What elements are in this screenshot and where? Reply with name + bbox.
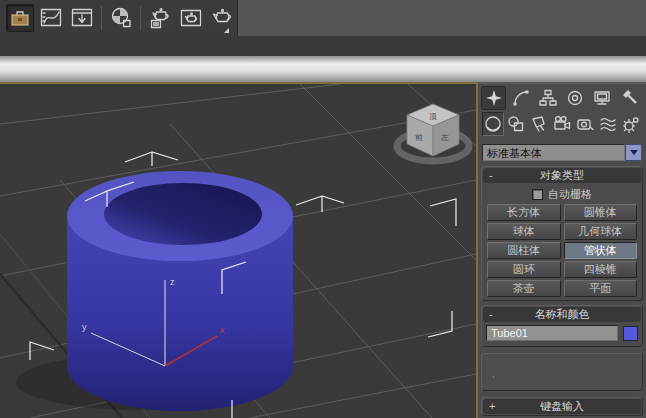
material-editor-icon[interactable] xyxy=(107,4,135,32)
dropdown-button[interactable] xyxy=(625,144,642,161)
flyout-arrow-icon[interactable] xyxy=(224,28,229,33)
toolbox-icon[interactable] xyxy=(6,4,34,32)
toolbar-separator xyxy=(101,6,102,30)
sphere-button[interactable]: 球体 xyxy=(487,223,561,240)
object-color-swatch[interactable] xyxy=(623,326,638,341)
empty-rollout: , xyxy=(481,353,643,391)
viewcube-top-label: 顶 xyxy=(428,112,437,121)
torus-button[interactable]: 圆环 xyxy=(487,261,561,278)
tab-hierarchy[interactable] xyxy=(535,86,560,110)
render-toolbar xyxy=(0,0,238,36)
primitive-buttons: 长方体 圆锥体 球体 几何球体 圆柱体 管状体 圆环 四棱锥 茶壶 平面 xyxy=(485,204,639,297)
x-axis-label: x xyxy=(220,325,225,335)
category-lights[interactable] xyxy=(528,112,550,136)
collapsed-ribbon-bar[interactable] xyxy=(0,56,646,82)
object-type-rollout-header[interactable]: - 对象类型 xyxy=(483,168,641,183)
schematic-view-icon[interactable] xyxy=(68,4,96,32)
collapse-indicator: - xyxy=(489,168,493,183)
name-color-rollout-header[interactable]: - 名称和颜色 xyxy=(483,307,641,322)
panel-tabs xyxy=(478,84,646,111)
box-button[interactable]: 长方体 xyxy=(487,204,561,221)
viewcube-left-label: 前 xyxy=(415,133,423,142)
render-production-icon[interactable] xyxy=(208,4,236,32)
plane-button[interactable]: 平面 xyxy=(564,280,638,297)
tab-display[interactable] xyxy=(589,86,614,110)
category-shapes[interactable] xyxy=(505,112,527,136)
keyboard-entry-rollout: + 键盘输入 xyxy=(481,397,643,416)
render-setup-icon[interactable] xyxy=(146,4,174,32)
tab-modify[interactable] xyxy=(508,86,533,110)
teapot-button[interactable]: 茶壶 xyxy=(487,280,561,297)
object-type-rollout: - 对象类型 自动栅格 长方体 圆锥体 球体 几何球体 圆柱体 管状体 xyxy=(481,166,643,301)
primitive-type-dropdown[interactable]: 标准基本体 xyxy=(482,144,642,161)
dropdown-arrow-icon xyxy=(630,150,638,155)
rollout-title: 对象类型 xyxy=(540,168,584,183)
cone-button[interactable]: 圆锥体 xyxy=(564,204,638,221)
tab-motion[interactable] xyxy=(562,86,587,110)
perspective-viewport[interactable]: z y x 顶 前 左 xyxy=(0,82,478,418)
rollout-title: 名称和颜色 xyxy=(535,307,590,322)
curve-editor-icon[interactable] xyxy=(37,4,65,32)
expand-indicator: + xyxy=(489,399,495,414)
tab-utilities[interactable] xyxy=(616,86,641,110)
3dsmax-window: z y x 顶 前 左 xyxy=(0,0,646,418)
keyboard-entry-rollout-header[interactable]: + 键盘输入 xyxy=(483,399,641,414)
category-geometry[interactable] xyxy=(482,112,504,136)
tube-button[interactable]: 管状体 xyxy=(564,242,638,259)
autogrid-row: 自动栅格 xyxy=(485,186,639,202)
y-axis-label: y xyxy=(82,322,87,332)
top-toolbar-strip xyxy=(0,0,646,36)
category-helpers[interactable] xyxy=(574,112,596,136)
collapse-indicator: - xyxy=(489,307,493,322)
autogrid-checkbox[interactable] xyxy=(532,189,543,200)
tube-object[interactable] xyxy=(67,171,293,411)
cylinder-button[interactable]: 圆柱体 xyxy=(487,242,561,259)
object-name-input[interactable]: Tube01 xyxy=(486,325,618,341)
command-panel: 标准基本体 - 对象类型 自动栅格 长方体 xyxy=(478,82,646,418)
viewcube[interactable]: 顶 前 左 xyxy=(397,104,469,161)
toolbar-separator xyxy=(140,6,141,30)
rendered-frame-window-icon[interactable] xyxy=(177,4,205,32)
viewport-canvas: z y x 顶 前 左 xyxy=(0,84,476,418)
pyramid-button[interactable]: 四棱锥 xyxy=(564,261,638,278)
dropdown-value[interactable]: 标准基本体 xyxy=(482,144,625,161)
name-color-rollout: - 名称和颜色 Tube01 xyxy=(481,305,643,347)
autogrid-label: 自动栅格 xyxy=(548,187,592,202)
create-categories xyxy=(478,111,646,141)
toolbar-shadow-band xyxy=(0,36,646,56)
category-cameras[interactable] xyxy=(551,112,573,136)
tab-create[interactable] xyxy=(481,86,506,110)
z-axis-label: z xyxy=(170,277,175,287)
viewcube-right-label: 左 xyxy=(441,133,449,142)
category-systems[interactable] xyxy=(620,112,642,136)
category-space-warps[interactable] xyxy=(597,112,619,136)
rollout-title: 键盘输入 xyxy=(540,399,584,414)
geosphere-button[interactable]: 几何球体 xyxy=(564,223,638,240)
